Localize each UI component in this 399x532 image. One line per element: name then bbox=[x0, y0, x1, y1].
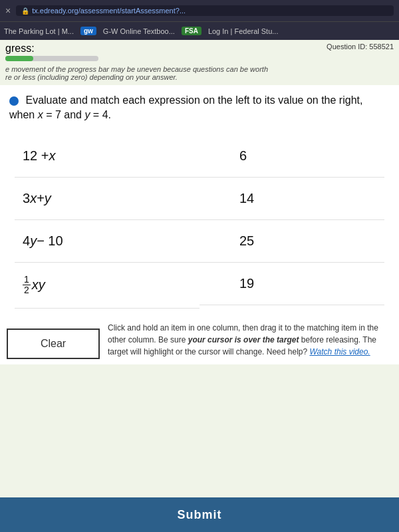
instruction-bold: your cursor is over the target bbox=[188, 335, 299, 344]
question-instruction: Evaluate and match each expression on th… bbox=[9, 93, 390, 123]
notice-line1: e movement of the progress bar may be un… bbox=[5, 65, 394, 73]
bookmark-parking-lot[interactable]: The Parking Lot | M... bbox=[4, 27, 74, 35]
submit-bar: Submit bbox=[0, 497, 399, 532]
bottom-area: Clear Click and hold an item in one colu… bbox=[0, 317, 399, 364]
question-id: Question ID: 558521 bbox=[327, 43, 394, 51]
fraction-half: 1 2 bbox=[23, 275, 31, 296]
left-column: 12 + x 3x + y 4y − 10 1 2 xy bbox=[15, 135, 200, 309]
bookmarks-bar: The Parking Lot | M... gw G-W Online Tex… bbox=[0, 21, 399, 40]
matching-container: 12 + x 3x + y 4y − 10 1 2 xy 6 14 bbox=[9, 135, 390, 309]
notice-line2: re or less (including zero) depending on… bbox=[5, 73, 394, 81]
right-item-3[interactable]: 25 bbox=[200, 220, 384, 263]
left-item-1[interactable]: 12 + x bbox=[15, 135, 200, 178]
bookmark-gw-label[interactable]: G-W Online Textboo... bbox=[103, 27, 175, 35]
watch-video-link[interactable]: Watch this video. bbox=[310, 347, 370, 356]
bookmark-fsa-label[interactable]: Log In | Federal Stu... bbox=[208, 27, 279, 35]
question-area: Evaluate and match each expression on th… bbox=[0, 85, 399, 317]
blue-dot-indicator bbox=[9, 96, 19, 106]
clear-button[interactable]: Clear bbox=[7, 329, 100, 359]
instruction-text-main: Evaluate and match each expression on th… bbox=[9, 94, 362, 120]
progress-bar-container bbox=[5, 56, 98, 61]
progress-section: gress: bbox=[5, 43, 98, 61]
progress-label: gress: bbox=[5, 43, 35, 54]
address-bar[interactable]: 🔒 tx.edready.org/assessment/startAssessm… bbox=[16, 5, 394, 16]
main-content: gress: Question ID: 558521 e movement of… bbox=[0, 40, 399, 497]
close-btn[interactable]: × bbox=[5, 5, 11, 16]
lock-icon: 🔒 bbox=[21, 7, 29, 15]
browser-chrome: × 🔒 tx.edready.org/assessment/startAsses… bbox=[0, 0, 399, 21]
left-item-2[interactable]: 3x + y bbox=[15, 178, 200, 220]
right-item-4[interactable]: 19 bbox=[200, 263, 384, 305]
clear-btn-container: Clear bbox=[7, 322, 100, 359]
bookmark-gw-badge[interactable]: gw bbox=[80, 27, 96, 35]
address-text: tx.edready.org/assessment/startAssessmen… bbox=[32, 7, 186, 15]
progress-bar-fill bbox=[5, 56, 33, 61]
notice-text: e movement of the progress bar may be un… bbox=[0, 64, 399, 85]
submit-button[interactable]: Submit bbox=[178, 508, 222, 522]
right-column: 6 14 25 19 bbox=[200, 135, 384, 309]
left-item-4[interactable]: 1 2 xy bbox=[15, 263, 200, 309]
left-item-3[interactable]: 4y − 10 bbox=[15, 220, 200, 263]
right-item-1[interactable]: 6 bbox=[200, 135, 384, 178]
progress-area: gress: Question ID: 558521 bbox=[0, 40, 399, 64]
drag-instruction-text: Click and hold an item in one column, th… bbox=[108, 322, 392, 358]
right-item-2[interactable]: 14 bbox=[200, 178, 384, 220]
bookmark-fsa-badge[interactable]: FSA bbox=[182, 27, 201, 35]
